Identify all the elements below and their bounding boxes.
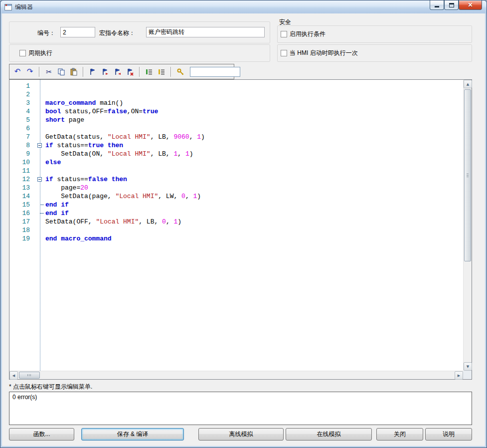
cut-icon[interactable]: ✂ — [44, 67, 53, 76]
vertical-scrollbar[interactable]: ▲ ▼ — [463, 80, 472, 371]
fold-gutter — [34, 234, 45, 243]
code-text: end macro_command — [45, 234, 463, 243]
search-icon[interactable] — [176, 67, 185, 76]
fold-gutter[interactable] — [34, 141, 45, 150]
paste-icon[interactable] — [69, 67, 78, 76]
code-line[interactable]: 4bool status,OFF=false,ON=true — [9, 107, 463, 116]
fold-gutter — [34, 150, 45, 158]
error-count: 0 error(s) — [12, 394, 37, 401]
macro-id-panel: 编号： 宏指令名称： — [9, 21, 270, 43]
line-number: 15 — [9, 201, 34, 209]
line-number: 5 — [9, 116, 34, 124]
line-number: 17 — [9, 218, 34, 226]
help-button[interactable]: 说明 — [425, 428, 472, 441]
toolbar-separator — [139, 67, 140, 77]
bookmark-toggle-icon[interactable] — [88, 67, 97, 76]
enable-condition-row[interactable]: 启用执行条件 — [281, 30, 325, 38]
app-icon — [4, 4, 12, 10]
security-panel: 启用执行条件 — [277, 25, 472, 43]
code-text: page=20 — [45, 184, 463, 192]
code-line[interactable]: 8if status==true then — [9, 141, 463, 150]
number-input[interactable] — [60, 27, 95, 37]
code-line[interactable]: 7GetData(status, "Local HMI", LB, 9060, … — [9, 133, 463, 141]
fold-collapse-icon[interactable] — [37, 143, 42, 148]
window-title: 编辑器 — [15, 3, 33, 11]
scroll-down-button[interactable]: ▼ — [464, 362, 472, 371]
save-compile-button[interactable]: 保存 & 编译 — [81, 428, 184, 441]
dialog-body: 安全 编号： 宏指令名称： 启用执行条件 周期执行 当 HMI 启动时即执行一次 — [2, 13, 485, 446]
periodic-label: 周期执行 — [28, 49, 52, 57]
code-area[interactable]: 123macro_command main()4bool status,OFF=… — [9, 80, 463, 371]
vertical-scrollbar-thumb[interactable] — [464, 89, 471, 261]
code-line[interactable]: 11 — [9, 167, 463, 175]
code-line[interactable]: 19end macro_command — [9, 234, 463, 243]
fold-gutter — [34, 226, 45, 234]
enable-condition-checkbox[interactable] — [281, 31, 287, 37]
redo-icon[interactable]: ↷ — [25, 67, 34, 76]
periodic-checkbox[interactable] — [19, 50, 26, 56]
code-line[interactable]: 13 page=20 — [9, 184, 463, 192]
close-button[interactable]: ✕ — [459, 0, 482, 10]
toolbar-separator — [83, 67, 84, 77]
bookmark-next-icon[interactable] — [101, 67, 110, 76]
startup-panel: 当 HMI 启动时即执行一次 — [277, 44, 472, 62]
line-number: 6 — [9, 124, 34, 133]
code-line[interactable]: 18 — [9, 226, 463, 234]
copy-icon[interactable] — [57, 67, 66, 76]
startup-checkbox[interactable] — [281, 50, 287, 56]
functions-button[interactable]: 函数... — [9, 428, 74, 441]
undo-icon[interactable]: ↶ — [13, 67, 22, 76]
fold-gutter[interactable] — [34, 209, 45, 218]
bookmark-prev-icon[interactable] — [113, 67, 122, 76]
toolbar-search-input[interactable] — [190, 67, 240, 77]
code-line[interactable]: 12if status==false then — [9, 175, 463, 184]
indent-icon[interactable] — [145, 67, 154, 76]
outdent-icon[interactable] — [157, 67, 166, 76]
periodic-row[interactable]: 周期执行 — [19, 49, 52, 57]
title-bar[interactable]: 编辑器 ✕ — [0, 0, 487, 13]
line-number: 11 — [9, 167, 34, 175]
code-line[interactable]: 9 SetData(ON, "Local HMI", LB, 1, 1) — [9, 150, 463, 158]
code-line[interactable]: 16end if — [9, 209, 463, 218]
horizontal-scrollbar-thumb[interactable] — [19, 372, 40, 379]
code-line[interactable]: 15end if — [9, 201, 463, 209]
fold-gutter[interactable] — [34, 201, 45, 209]
line-number: 7 — [9, 133, 34, 141]
scroll-up-button[interactable]: ▲ — [464, 80, 472, 88]
code-line[interactable]: 1 — [9, 82, 463, 90]
bookmark-clear-icon[interactable] — [126, 67, 135, 76]
code-line[interactable]: 14 SetData(page, "Local HMI", LW, 0, 1) — [9, 192, 463, 201]
minimize-button[interactable] — [430, 0, 444, 10]
compile-output[interactable]: 0 error(s) — [9, 392, 472, 425]
offline-sim-button[interactable]: 离线模拟 — [198, 428, 284, 441]
minimize-icon — [435, 6, 439, 7]
code-line[interactable]: 3macro_command main() — [9, 99, 463, 107]
number-label: 编号： — [37, 29, 55, 37]
fold-gutter[interactable] — [34, 175, 45, 184]
code-line[interactable]: 6 — [9, 124, 463, 133]
line-number: 2 — [9, 90, 34, 99]
code-line[interactable]: 5short page — [9, 116, 463, 124]
close-dialog-button[interactable]: 关闭 — [376, 428, 423, 441]
startup-row[interactable]: 当 HMI 启动时即执行一次 — [281, 49, 358, 57]
fold-collapse-icon[interactable] — [37, 177, 42, 182]
maximize-icon — [449, 3, 454, 7]
code-text: bool status,OFF=false,ON=true — [45, 107, 463, 116]
code-text: GetData(status, "Local HMI", LB, 9060, 1… — [45, 133, 463, 141]
code-line[interactable]: 10else — [9, 158, 463, 167]
macro-name-input[interactable] — [146, 27, 265, 37]
code-line[interactable]: 2 — [9, 90, 463, 99]
code-text — [45, 167, 463, 175]
scroll-left-button[interactable]: ◀ — [9, 371, 18, 380]
code-text: end if — [45, 209, 463, 218]
code-text: if status==false then — [45, 175, 463, 184]
online-sim-button[interactable]: 在线模拟 — [286, 428, 372, 441]
code-line[interactable]: 17SetData(OFF, "Local HMI", LB, 0, 1) — [9, 218, 463, 226]
line-number: 10 — [9, 158, 34, 167]
scroll-right-button[interactable]: ▶ — [455, 371, 463, 380]
maximize-button[interactable] — [444, 0, 459, 10]
fold-gutter — [34, 116, 45, 124]
horizontal-scrollbar[interactable]: ◀ ▶ — [9, 371, 463, 379]
line-number: 18 — [9, 226, 34, 234]
hint-text: * 点击鼠标右键可显示编辑菜单. — [9, 383, 92, 391]
